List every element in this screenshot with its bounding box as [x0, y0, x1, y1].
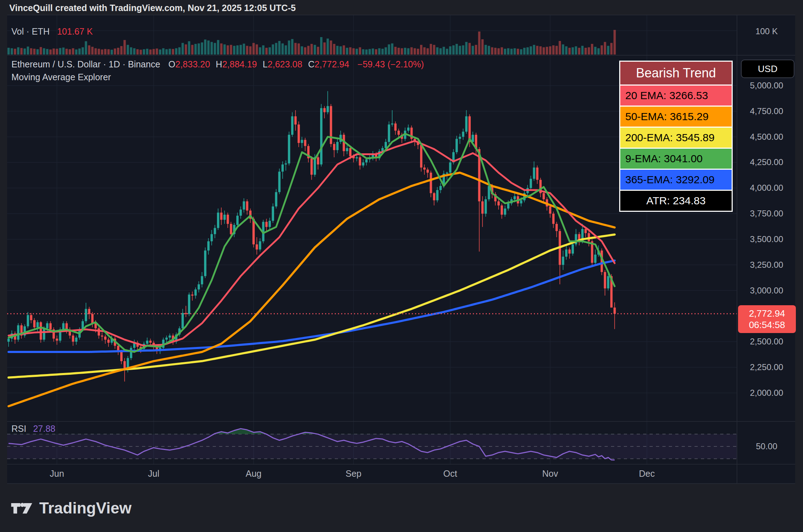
legend-row: 200-EMA: 3545.89 [620, 128, 732, 148]
ohlc-key: H [216, 59, 222, 69]
ohlc-value: 2,884.19 [222, 59, 257, 69]
last-price-value: 2,772.94 [749, 308, 785, 319]
legend-row: 50-EMA: 3615.29 [620, 107, 732, 127]
month-label: Nov [542, 469, 558, 479]
bar-countdown: 06:54:58 [749, 319, 785, 331]
legend-row: ATR: 234.83 [620, 191, 732, 211]
legend-title: Bearish Trend [620, 62, 732, 85]
price-axis-label: 2,500.00 [740, 337, 793, 347]
trend-legend-box: Bearish Trend20 EMA: 3266.5350-EMA: 3615… [619, 61, 733, 212]
volume-label-text: Vol · ETH [11, 26, 50, 36]
month-label: Aug [246, 469, 261, 479]
price-axis-label: 2,000.00 [740, 388, 793, 398]
indicator-name-label[interactable]: Moving Average Explorer [11, 72, 111, 82]
symbol-ohlc-row[interactable]: Ethereum / U.S. Dollar · 1D · Binance O2… [11, 59, 424, 70]
last-price-badge: 2,772.94 06:54:58 [738, 305, 796, 333]
price-axis-label: 4,000.00 [740, 183, 793, 193]
rsi-axis-label: 50.00 [740, 441, 793, 451]
volume-value: 101.67 K [57, 26, 93, 36]
currency-toggle-button[interactable]: USD [741, 60, 794, 78]
price-axis-label: 4,250.00 [740, 157, 793, 167]
price-axis-label: 5,000.00 [740, 81, 793, 91]
tradingview-logo-icon [11, 498, 34, 518]
tradingview-logo[interactable]: TradingView [11, 498, 131, 518]
volume-indicator-label[interactable]: Vol · ETH 101.67 K [11, 26, 93, 37]
tradingview-chart-window: VinceQuill created with TradingView.com,… [0, 0, 803, 532]
tradingview-wordmark: TradingView [39, 499, 131, 517]
rsi-value: 27.88 [33, 424, 56, 434]
change-value: −59.43 (−2.10%) [358, 59, 424, 69]
ohlc-key: O [168, 59, 175, 69]
legend-row: 20 EMA: 3266.53 [620, 86, 732, 106]
month-label: Jul [148, 469, 160, 479]
legend-row: 9-EMA: 3041.00 [620, 149, 732, 169]
price-axis-label: 3,250.00 [740, 260, 793, 270]
ohlc-key: C [308, 59, 314, 69]
ohlc-value: 2,623.08 [268, 59, 302, 69]
month-label: Sep [345, 469, 361, 479]
price-axis-label: 4,500.00 [740, 132, 793, 142]
ohlc-value: 2,833.20 [175, 59, 210, 69]
rsi-label-text: RSI [11, 424, 26, 434]
month-label: Dec [639, 469, 655, 479]
ohlc-values: O2,833.20H2,884.19L2,623.08C2,772.94 [163, 59, 349, 69]
month-label: Jun [50, 469, 64, 479]
price-axis-label: 2,250.00 [740, 362, 793, 372]
price-axis-label: 3,000.00 [740, 286, 793, 296]
legend-row: 365-EMA: 3292.09 [620, 170, 732, 190]
volume-axis-label: 100 K [740, 26, 793, 36]
ohlc-key: L [263, 59, 268, 69]
symbol-title: Ethereum / U.S. Dollar · 1D · Binance [11, 59, 160, 69]
price-axis-label: 3,750.00 [740, 209, 793, 219]
price-axis-label: 3,500.00 [740, 234, 793, 244]
month-label: Oct [443, 469, 457, 479]
rsi-indicator-label[interactable]: RSI 27.88 [11, 424, 55, 434]
price-axis-label: 4,750.00 [740, 106, 793, 116]
ohlc-value: 2,772.94 [314, 59, 349, 69]
